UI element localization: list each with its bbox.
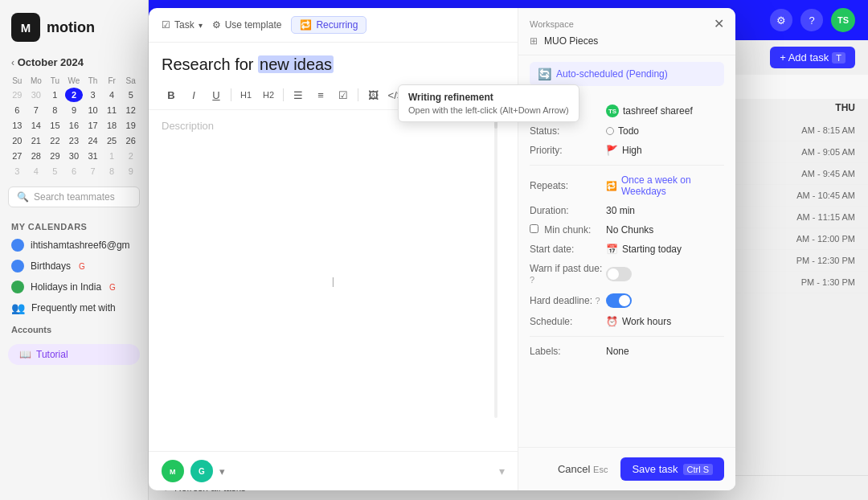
status-value[interactable]: Todo <box>606 125 724 137</box>
grammarly-icon[interactable]: G <box>190 460 213 482</box>
cal-day[interactable]: 30 <box>27 88 46 102</box>
checklist-button[interactable]: ☑ <box>334 85 353 105</box>
sidebar-item-frequently-met[interactable]: 👥 Frequently met with <box>0 297 148 318</box>
cal-day[interactable]: 6 <box>65 164 84 178</box>
hard-deadline-toggle[interactable] <box>606 293 724 308</box>
cal-day[interactable]: 21 <box>27 133 46 148</box>
schedule-value[interactable]: ⏰ Work hours <box>606 316 724 327</box>
cal-day[interactable]: 3 <box>8 164 27 178</box>
italic-button[interactable]: I <box>184 85 203 105</box>
cal-day[interactable]: 15 <box>46 118 64 133</box>
prev-month-arrow[interactable]: ‹ <box>11 57 14 68</box>
cal-day[interactable]: 18 <box>103 118 121 133</box>
min-chunk-checkbox[interactable] <box>530 224 538 233</box>
motion-ai-icon[interactable]: M <box>162 460 184 482</box>
use-template-button[interactable]: ⚙ Use template <box>212 19 282 31</box>
help-icon[interactable]: ? <box>800 9 823 31</box>
cal-day[interactable]: 3 <box>84 88 102 102</box>
schedule-text: Work hours <box>622 316 671 327</box>
sidebar-item-birthdays[interactable]: Birthdays G <box>0 256 148 277</box>
cal-day[interactable]: 19 <box>121 118 140 133</box>
cal-day[interactable]: 2 <box>121 149 140 163</box>
cal-day[interactable]: 11 <box>103 103 121 117</box>
cal-day[interactable]: 7 <box>84 164 102 178</box>
cal-day[interactable]: 16 <box>65 118 84 133</box>
labels-value[interactable]: None <box>606 346 724 357</box>
cal-day[interactable]: 12 <box>121 103 140 117</box>
cal-day[interactable]: 7 <box>27 103 46 117</box>
cal-day[interactable]: 5 <box>121 88 140 102</box>
cancel-button[interactable]: Cancel Esc <box>551 458 614 480</box>
cal-day[interactable]: 10 <box>84 103 102 117</box>
cal-day[interactable]: 29 <box>8 88 27 102</box>
cal-day[interactable]: 17 <box>84 118 102 133</box>
save-task-button[interactable]: Save task Ctrl S <box>620 457 724 481</box>
search-icon: 🔍 <box>17 191 29 203</box>
sidebar-item-holidays[interactable]: Holidays in India G <box>0 277 148 297</box>
cal-day[interactable]: 28 <box>27 149 46 163</box>
modal-body[interactable]: Description | <box>149 110 518 451</box>
cal-day[interactable]: 26 <box>121 133 140 148</box>
ordered-list-button[interactable]: ≡ <box>311 85 330 105</box>
cal-day[interactable]: 24 <box>84 133 102 148</box>
cal-day[interactable]: 9 <box>65 103 84 117</box>
auto-scheduled-label: Auto-scheduled (Pending) <box>556 68 668 80</box>
cal-day[interactable]: 31 <box>84 149 102 163</box>
calendar-nav: ‹ October 2024 <box>0 53 148 75</box>
cal-day[interactable]: 29 <box>46 149 64 163</box>
cal-day[interactable]: 25 <box>103 133 121 148</box>
app-logo: M motion <box>0 8 148 53</box>
recurring-button[interactable]: 🔁 Recurring <box>291 16 366 34</box>
cal-day[interactable]: 20 <box>8 133 27 148</box>
cal-day[interactable]: 9 <box>121 164 140 178</box>
warn-toggle-switch[interactable] <box>606 267 632 281</box>
close-button[interactable]: ✕ <box>710 14 727 32</box>
user-avatar[interactable]: TS <box>831 8 855 32</box>
h1-button[interactable]: H1 <box>236 85 256 105</box>
cal-day[interactable]: 4 <box>103 88 121 102</box>
cal-day[interactable]: 1 <box>46 88 64 102</box>
workspace-item[interactable]: ⊞ MUO Pieces <box>530 34 724 48</box>
chevron-down-icon: ▾ <box>199 21 203 30</box>
cal-day[interactable]: 8 <box>103 164 121 178</box>
tutorial-label: Tutorial <box>36 349 68 360</box>
google-indicator: G <box>79 262 85 271</box>
cal-day[interactable]: 8 <box>46 103 64 117</box>
auto-scheduled-badge[interactable]: 🔄 Auto-scheduled (Pending) <box>530 62 724 86</box>
duration-value[interactable]: 30 min <box>606 205 724 216</box>
cal-day[interactable]: 30 <box>65 149 84 163</box>
cal-day[interactable]: 5 <box>46 164 64 178</box>
h2-button[interactable]: H2 <box>259 85 278 105</box>
start-date-value[interactable]: 📅 Starting today <box>606 244 724 255</box>
sidebar-item-calendar-main[interactable]: ihtishamtashreef6@gm <box>0 235 148 256</box>
cal-day[interactable]: 6 <box>8 103 27 117</box>
cal-day[interactable]: 23 <box>65 133 84 148</box>
min-chunk-value[interactable]: No Chunks <box>606 224 724 236</box>
cal-day[interactable]: 1 <box>103 149 121 163</box>
priority-value[interactable]: 🚩 High <box>606 145 724 156</box>
bullet-list-button[interactable]: ☰ <box>289 85 308 105</box>
save-shortcut: Ctrl S <box>683 464 714 475</box>
warn-toggle[interactable] <box>606 267 724 281</box>
tutorial-button[interactable]: 📖 Tutorial <box>8 344 140 365</box>
cal-day-today[interactable]: 2 <box>65 88 84 102</box>
hard-deadline-toggle-switch[interactable] <box>606 293 632 308</box>
underline-button[interactable]: U <box>207 85 226 105</box>
cal-day[interactable]: 22 <box>46 133 64 148</box>
image-button[interactable]: 🖼 <box>363 85 383 105</box>
footer-chevron-icon[interactable]: ▾ <box>219 465 225 477</box>
cal-day[interactable]: 27 <box>8 149 27 163</box>
gear-icon[interactable]: ⚙ <box>770 9 792 31</box>
repeats-value[interactable]: 🔁 Once a week on Weekdays <box>606 174 724 197</box>
search-teammates[interactable]: 🔍 Search teammates <box>8 186 140 207</box>
modal-scrollbar[interactable] <box>494 96 497 418</box>
bold-button[interactable]: B <box>162 85 181 105</box>
cal-day[interactable]: 4 <box>27 164 46 178</box>
add-task-button[interactable]: + Add task T <box>770 47 855 68</box>
assignee-value[interactable]: TS tashreef shareef <box>606 105 724 117</box>
cal-day[interactable]: 14 <box>27 118 46 133</box>
workspace-name: MUO Pieces <box>544 35 598 47</box>
cal-day[interactable]: 13 <box>8 118 27 133</box>
search-placeholder: Search teammates <box>34 191 115 203</box>
task-type-selector[interactable]: ☑ Task ▾ <box>162 19 203 31</box>
